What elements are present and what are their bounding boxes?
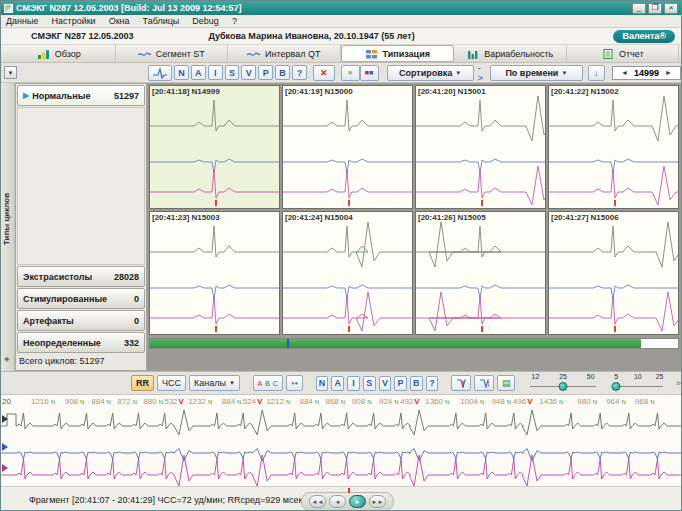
ecg-tile[interactable]: [20:41:20] N15001 xyxy=(415,85,546,209)
tab-сегмент-st[interactable]: Сегмент ST xyxy=(116,45,229,62)
tab-вариабельность[interactable]: Вариабельность xyxy=(454,45,567,62)
cycle-types-strip: Типы циклов ◈ xyxy=(1,83,15,371)
menu-item-окна[interactable]: Окна xyxy=(109,16,130,26)
tab-обзор[interactable]: Обзор xyxy=(3,45,116,62)
ecg-strip-traces[interactable] xyxy=(1,408,682,486)
tab-типизация[interactable]: Типизация xyxy=(341,45,455,62)
sidebar-item-2[interactable]: Экстрасистолы28028 xyxy=(17,266,145,287)
forward-button[interactable]: ►► xyxy=(369,495,386,508)
class-button-V[interactable]: V xyxy=(241,65,256,80)
apply-sort-button[interactable]: ↓ xyxy=(588,65,605,81)
speed-slider[interactable]: 122550 xyxy=(528,373,597,393)
rewind-button[interactable]: ◄◄ xyxy=(309,495,326,508)
class-button-I[interactable]: I xyxy=(208,65,223,80)
sidebar-item-4[interactable]: Артефакты0 xyxy=(17,310,145,331)
menu-item-настройки[interactable]: Настройки xyxy=(52,16,96,26)
strip-class-button-V[interactable]: V xyxy=(379,376,392,391)
progress-fill xyxy=(150,339,641,348)
ecg-tile[interactable]: [20:41:23] N15003 xyxy=(149,211,280,335)
collapse-panel-icon[interactable]: » xyxy=(676,378,681,388)
strip-class-button-P[interactable]: P xyxy=(394,376,407,391)
cycle-type-label: Экстрасистолы xyxy=(23,272,92,282)
menu-item-?[interactable]: ? xyxy=(232,16,237,26)
rr-value: 948N xyxy=(491,397,511,406)
class-button-S[interactable]: S xyxy=(225,65,240,80)
beat-position-tick xyxy=(348,200,350,206)
slider-knob[interactable] xyxy=(612,382,621,391)
app-window: СМЭКГ N287 12.05.2003 [Build: Jul 13 200… xyxy=(0,0,682,511)
next-cycle-button[interactable]: ► xyxy=(665,69,672,76)
gain-slider[interactable]: 51025 xyxy=(611,373,665,393)
tile-traces xyxy=(283,86,413,208)
menu-item-таблицы[interactable]: Таблицы xyxy=(143,16,180,26)
ecg-tile[interactable]: [20:41:24] N15004 xyxy=(282,211,413,335)
status-bar: Фрагмент [20:41:07 - 20:41:29] ЧСС=72 уд… xyxy=(1,486,681,511)
rr-value: 524V xyxy=(243,397,263,406)
strip-class-button-I[interactable]: I xyxy=(347,376,360,391)
sort-button[interactable]: Сортировка▼ xyxy=(387,65,474,81)
mark-beat-button[interactable] xyxy=(451,375,471,391)
play-button[interactable]: ► xyxy=(349,495,366,508)
restore-button[interactable]: ❐ xyxy=(648,3,662,14)
strip-class-button-B[interactable]: B xyxy=(410,376,423,391)
slider-tick-label: 12 xyxy=(531,373,539,380)
tile-header: [20:41:20] N15001 xyxy=(418,87,486,96)
playback-position-tick xyxy=(348,488,350,493)
typing-toolbar: ▼ NAISVPB?✕●■■Сортировка▼->По времени▼↓◄… xyxy=(1,63,681,83)
sort-mode-dropdown[interactable]: По времени▼ xyxy=(490,65,583,81)
ecg-tile[interactable]: [20:41:27] N15006 xyxy=(548,211,679,335)
tab-отчет[interactable]: Отчет xyxy=(567,45,680,62)
prev-cycle-button[interactable]: ◄ xyxy=(621,69,628,76)
class-button-P[interactable]: P xyxy=(258,65,273,80)
channels-dropdown[interactable]: Каналы ▼ xyxy=(189,375,240,391)
strip-class-button-N[interactable]: N xyxy=(316,376,329,391)
menu-item-данные[interactable]: Данные xyxy=(6,16,39,26)
class-button-?[interactable]: ? xyxy=(292,65,307,80)
tab-bar: ОбзорСегмент STИнтервал QTТипизацияВариа… xyxy=(1,45,681,63)
class-button-B[interactable]: B xyxy=(275,65,290,80)
beat-view-button[interactable] xyxy=(148,65,172,81)
strip-class-button-A[interactable]: A xyxy=(331,376,344,391)
brand-badge: Валента® xyxy=(613,30,675,43)
record-progress-bar[interactable] xyxy=(149,338,679,349)
typing-grid-icon xyxy=(365,49,378,59)
sidebar-item-3[interactable]: Стимулированные0 xyxy=(17,288,145,309)
strip-class-button-?[interactable]: ? xyxy=(426,376,439,391)
slider-knob[interactable] xyxy=(559,382,568,391)
ecg-tile[interactable]: [20:41:18] N14999 xyxy=(149,85,280,209)
tile-traces xyxy=(150,212,280,334)
tab-интервал-qt[interactable]: Интервал QT xyxy=(228,45,341,62)
panel-dropdown-button[interactable]: ▼ xyxy=(4,66,17,79)
marks-color-button[interactable]: ●● xyxy=(286,375,303,391)
sidebar-item-1[interactable]: ▶Нормальные51297 xyxy=(17,85,145,106)
ecg-tile[interactable]: [20:41:22] N15002 xyxy=(548,85,679,209)
slider-tick-label: 10 xyxy=(634,373,642,380)
tiles-area: [20:41:18] N14999[20:41:19] N15000[20:41… xyxy=(147,83,681,371)
record-label: СМЭКГ N287 12.05.2003 xyxy=(31,31,133,41)
rr-value: 496V xyxy=(513,397,533,406)
class-button-N[interactable]: N xyxy=(174,65,189,80)
cycle-type-label: Нормальные xyxy=(32,91,90,101)
slider-tick-label: 25 xyxy=(656,373,664,380)
mark-color-button[interactable]: ● xyxy=(341,65,360,81)
delete-beat-button[interactable] xyxy=(474,375,494,391)
rr-values-row: 20 1216N908N884N872N880N532V1232N884N524… xyxy=(1,395,681,408)
abc-labels-button[interactable]: ABC xyxy=(253,375,283,391)
cycle-type-count: 51297 xyxy=(114,91,139,101)
delete-class-button[interactable]: ✕ xyxy=(313,65,335,81)
close-button[interactable]: × xyxy=(664,3,678,14)
report-export-button[interactable]: ▤ xyxy=(497,375,516,391)
sidebar-item-5[interactable]: Неопределенные332 xyxy=(17,332,145,353)
class-button-A[interactable]: A xyxy=(191,65,206,80)
ecg-tile[interactable]: [20:41:26] N15005 xyxy=(415,211,546,335)
step-back-button[interactable]: ◄ xyxy=(329,495,346,508)
title-bar: СМЭКГ N287 12.05.2003 [Build: Jul 13 200… xyxy=(1,1,681,15)
menu-item-debug[interactable]: Debug xyxy=(192,16,219,26)
minimize-button[interactable]: _ xyxy=(632,3,646,14)
qt-wave-icon xyxy=(247,49,260,59)
hr-mode-button[interactable]: ЧСС xyxy=(157,375,186,391)
strip-class-button-S[interactable]: S xyxy=(363,376,376,391)
rr-mode-button[interactable]: RR xyxy=(131,375,154,391)
ecg-tile[interactable]: [20:41:19] N15000 xyxy=(282,85,413,209)
move-to-class-button[interactable]: ■■ xyxy=(360,65,379,81)
